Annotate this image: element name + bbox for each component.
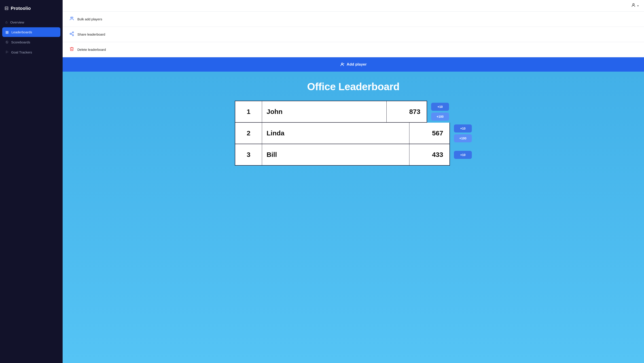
sidebar-item-overview[interactable]: ⌂ Overview xyxy=(2,18,60,27)
plus10-btn-2[interactable]: +10 xyxy=(454,124,472,133)
sidebar-item-leaderboards[interactable]: ▦ Leaderboards xyxy=(2,27,60,37)
sidebar-label-leaderboards: Leaderboards xyxy=(12,30,32,34)
delete-label: Delete leaderboard xyxy=(77,48,106,52)
svg-point-9 xyxy=(342,63,343,65)
sidebar-item-scoreboards[interactable]: ① Scoreboards xyxy=(2,37,60,47)
svg-point-5 xyxy=(70,33,71,35)
sidebar-label-overview: Overview xyxy=(10,20,24,24)
score-2: 567 xyxy=(409,123,450,144)
name-1: John xyxy=(262,101,386,122)
home-icon: ⌂ xyxy=(5,20,8,24)
add-player-label: Add player xyxy=(346,62,367,67)
score-1: 873 xyxy=(386,101,427,122)
trophy-icon: ⚐ xyxy=(5,50,8,54)
share-leaderboard[interactable]: Share leaderboard xyxy=(62,27,644,42)
user-menu[interactable]: ▾ xyxy=(631,3,639,9)
share-icon xyxy=(69,31,74,37)
plus100-btn-2[interactable]: +100 xyxy=(454,134,472,142)
rank-1: 1 xyxy=(235,101,262,122)
delete-leaderboard[interactable]: Delete leaderboard xyxy=(62,42,644,57)
leaderboard-row-wrapper-1: 1 John 873 +10 +100 xyxy=(235,101,472,123)
svg-point-4 xyxy=(72,32,74,33)
leaderboard-table: 1 John 873 xyxy=(235,101,427,123)
score-buttons-3: +10 xyxy=(454,151,472,159)
svg-line-7 xyxy=(71,34,72,35)
score-3: 433 xyxy=(409,144,450,165)
score-buttons-1: +10 +100 xyxy=(431,103,449,121)
sidebar-nav: ⌂ Overview ▦ Leaderboards ① Scoreboards … xyxy=(0,18,62,57)
add-player-button[interactable]: Add player xyxy=(62,57,644,72)
delete-icon xyxy=(69,47,74,53)
logo-icon: ⊟ xyxy=(4,5,8,11)
list-icon: ▦ xyxy=(5,30,9,34)
sidebar-label-goal-trackers: Goal Trackers xyxy=(11,50,32,54)
score-buttons-2: +10 +100 xyxy=(454,124,472,142)
leaderboard-row-wrapper-3: 3 Bill 433 +10 xyxy=(235,144,472,166)
plus10-btn-1[interactable]: +10 xyxy=(431,103,449,111)
leaderboard-area: Office Leaderboard 1 John 873 +10 +100 xyxy=(62,72,644,363)
svg-point-6 xyxy=(72,35,74,36)
logo: ⊟ Protoolio xyxy=(0,0,62,18)
table-row: 2 Linda 567 xyxy=(235,123,450,144)
leaderboard-table-row3: 3 Bill 433 xyxy=(235,144,450,166)
main-content: ▾ Bulk add players xyxy=(62,0,644,363)
svg-line-8 xyxy=(71,33,72,34)
svg-point-0 xyxy=(632,4,634,5)
bulk-add-label: Bulk add players xyxy=(77,17,102,21)
table-row: 3 Bill 433 xyxy=(235,144,450,165)
name-2: Linda xyxy=(262,123,409,144)
plus100-btn-1[interactable]: +100 xyxy=(431,113,449,121)
leaderboard-title: Office Leaderboard xyxy=(307,81,400,93)
rank-2: 2 xyxy=(235,123,262,144)
leaderboard-row-wrapper-2: 2 Linda 567 +10 +100 xyxy=(235,123,472,144)
name-3: Bill xyxy=(262,144,409,165)
table-row: 1 John 873 xyxy=(235,101,427,122)
sidebar-label-scoreboards: Scoreboards xyxy=(11,40,30,44)
leaderboard-table-wrapper: 1 John 873 +10 +100 2 Linda 567 xyxy=(235,101,472,166)
svg-point-3 xyxy=(72,17,73,18)
scorecard-icon: ① xyxy=(5,40,8,44)
sidebar-item-goal-trackers[interactable]: ⚐ Goal Trackers xyxy=(2,48,60,57)
rank-3: 3 xyxy=(235,144,262,165)
bulk-add-players[interactable]: Bulk add players xyxy=(62,12,644,27)
user-icon xyxy=(631,3,636,9)
bulk-add-icon xyxy=(69,16,74,22)
leaderboard-table-row2: 2 Linda 567 xyxy=(235,123,450,144)
logo-text: Protoolio xyxy=(11,6,31,11)
caret-icon: ▾ xyxy=(637,4,639,8)
plus10-btn-3[interactable]: +10 xyxy=(454,151,472,159)
share-label: Share leaderboard xyxy=(77,33,105,36)
header: ▾ xyxy=(62,0,644,12)
sidebar: ⊟ Protoolio ⌂ Overview ▦ Leaderboards ① … xyxy=(0,0,62,363)
action-menu: Bulk add players Share leaderboard xyxy=(62,12,644,57)
